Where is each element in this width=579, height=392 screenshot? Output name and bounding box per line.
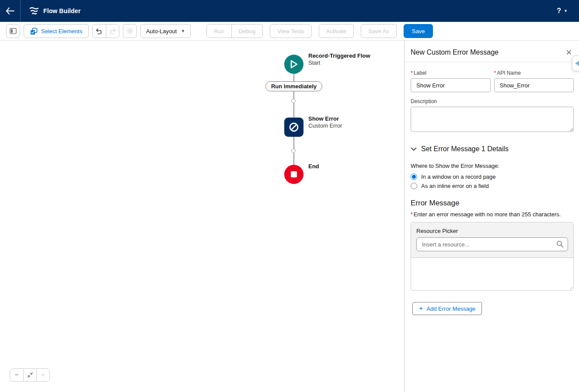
zoom-to-fit-button[interactable] (23, 369, 36, 381)
layout-mode-value: Auto-Layout (146, 28, 177, 35)
toggle-left-panel-button[interactable] (6, 24, 20, 38)
chevron-down-icon: ▼ (181, 29, 185, 33)
plus-icon: + (419, 305, 423, 312)
zoom-in-button[interactable]: + (36, 369, 49, 381)
debug-button[interactable]: Debug (231, 24, 262, 38)
add-error-message-button[interactable]: + Add Error Message (412, 302, 482, 315)
property-panel: New Custom Error Message ✕ *Label *API N… (404, 41, 579, 392)
radio-label: As an inline error on a field (421, 183, 489, 189)
label-field: *Label (411, 70, 491, 92)
radio-unselected-icon (411, 183, 417, 189)
zoom-to-fit-icon (27, 372, 33, 378)
chevron-left-icon (574, 60, 579, 66)
connector-line (293, 103, 294, 118)
radio-window-record-page[interactable]: In a window on a record page (411, 173, 574, 180)
run-button[interactable]: Run (207, 24, 231, 38)
zoom-controls: − + (10, 368, 50, 382)
zoom-out-button[interactable]: − (10, 369, 23, 381)
resource-search (416, 237, 568, 251)
branch-label[interactable]: Run Immediately (265, 81, 322, 91)
panel-body: *Label *API Name Description Set Error M (405, 62, 579, 315)
required-marker: * (411, 70, 413, 76)
docked-panel-tab[interactable] (572, 56, 579, 71)
activate-button[interactable]: Activate (319, 24, 354, 38)
ban-icon (288, 121, 300, 133)
start-node[interactable] (284, 55, 303, 74)
required-marker: * (494, 70, 496, 76)
undo-button[interactable] (93, 24, 106, 38)
panel-header: New Custom Error Message ✕ (405, 41, 579, 62)
layout-mode-dropdown[interactable]: Auto-Layout ▼ (140, 24, 191, 38)
error-message-heading: Error Message (411, 199, 574, 208)
flow-builder-logo-icon (29, 7, 39, 15)
undo-icon (95, 28, 103, 35)
chevron-down-icon: ▼ (564, 9, 568, 13)
app-header: Flow Builder ? ▼ (0, 0, 579, 22)
description-label: Description (411, 98, 574, 104)
required-marker: * (411, 212, 413, 218)
stop-icon (290, 171, 297, 178)
toolbar: Select Elements Auto-Layout ▼ Run Debug (0, 22, 579, 41)
view-tests-button[interactable]: View Tests (270, 24, 312, 38)
panel-title: New Custom Error Message (411, 49, 499, 56)
api-name-field: *API Name (494, 70, 574, 92)
error-message-editor: Resource Picker (411, 222, 574, 291)
add-element-dot[interactable] (291, 149, 296, 153)
connector-line (293, 137, 294, 149)
redo-button[interactable] (106, 24, 119, 38)
section-title: Set Error Message 1 Details (421, 145, 509, 153)
radio-label: In a window on a record page (421, 173, 496, 180)
panel-toggle-icon (10, 28, 17, 34)
label-field-label: *Label (411, 70, 491, 76)
save-button[interactable]: Save (404, 24, 433, 38)
radio-inline-error-field[interactable]: As an inline error on a field (411, 183, 574, 189)
flow-settings-button[interactable] (123, 24, 137, 38)
resource-picker-section: Resource Picker (411, 222, 573, 257)
api-name-field-label: *API Name (494, 70, 574, 76)
redo-icon (109, 28, 116, 35)
main-area: Record-Triggered Flow Start Run Immediat… (0, 41, 579, 392)
help-menu-button[interactable]: ? ▼ (557, 7, 568, 15)
end-node-label: End (308, 163, 319, 170)
help-icon: ? (557, 7, 561, 15)
flow-canvas[interactable]: Record-Triggered Flow Start Run Immediat… (0, 41, 404, 392)
add-element-dot[interactable] (291, 99, 296, 103)
error-message-help: *Enter an error message with no more tha… (411, 211, 574, 218)
end-node[interactable] (284, 165, 303, 184)
resource-picker-input[interactable] (416, 237, 568, 251)
gear-icon (126, 28, 133, 35)
radio-selected-icon (411, 173, 417, 180)
app-title: Flow Builder (43, 7, 80, 14)
label-input[interactable] (411, 78, 491, 92)
section-error-message-details[interactable]: Set Error Message 1 Details (411, 145, 574, 153)
connector-line (293, 153, 294, 165)
select-elements-label: Select Elements (41, 28, 82, 35)
error-message-textbox[interactable] (411, 257, 573, 290)
select-elements-button[interactable]: Select Elements (24, 24, 89, 38)
run-debug-group: Run Debug (206, 24, 263, 38)
custom-error-node-label: Show Error Custom Error (308, 115, 342, 129)
resource-picker-label: Resource Picker (416, 228, 568, 234)
play-icon (290, 59, 298, 69)
brand: Flow Builder (29, 7, 80, 15)
resize-handle[interactable] (569, 285, 572, 289)
chevron-down-icon (411, 147, 417, 151)
save-as-button[interactable]: Save As (361, 24, 397, 38)
where-to-show-label: Where to Show the Error Message: (411, 163, 574, 169)
api-name-input[interactable] (494, 78, 574, 92)
name-fields-row: *Label *API Name (411, 70, 574, 92)
close-panel-button[interactable]: ✕ (566, 49, 572, 56)
select-elements-icon (30, 28, 38, 35)
undo-redo-group (92, 24, 119, 38)
connector-line (293, 91, 294, 99)
back-button[interactable] (0, 0, 21, 22)
custom-error-node[interactable] (284, 118, 303, 137)
run-cluster: Run Debug View Tests Activate Save As Sa… (206, 24, 433, 38)
add-error-message-label: Add Error Message (426, 305, 475, 312)
connector-line (293, 74, 294, 81)
back-arrow-icon (6, 7, 14, 14)
description-textarea[interactable] (411, 107, 574, 132)
start-node-label: Record-Triggered Flow Start (308, 52, 370, 66)
